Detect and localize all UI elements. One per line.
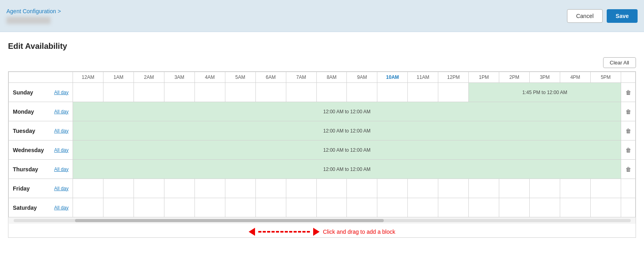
friday-cell-12[interactable] — [438, 179, 469, 198]
tuesday-label-cell: Tuesday All day — [9, 121, 73, 141]
friday-cell-7[interactable] — [286, 179, 316, 198]
friday-cell-1[interactable] — [103, 179, 134, 198]
saturday-cell-15[interactable] — [530, 198, 560, 217]
saturday-cell-5[interactable] — [225, 198, 255, 217]
friday-delete-cell — [621, 179, 636, 198]
header-1pm: 1PM — [469, 72, 499, 83]
sunday-cell-9am[interactable] — [347, 83, 377, 102]
arrow-left-icon — [249, 228, 255, 236]
saturday-cell-11[interactable] — [408, 198, 438, 217]
main-content: Edit Availability Clear All 12AM 1AM 2AM… — [0, 32, 644, 267]
saturday-cell-14[interactable] — [499, 198, 530, 217]
saturday-cell-13[interactable] — [469, 198, 499, 217]
friday-cell-8[interactable] — [316, 179, 347, 198]
sunday-allday-link[interactable]: All day — [54, 90, 69, 95]
friday-cell-10[interactable] — [377, 179, 408, 198]
friday-cell-11[interactable] — [408, 179, 438, 198]
sunday-label-cell: Sunday All day — [9, 83, 73, 102]
saturday-allday-link[interactable]: All day — [54, 205, 69, 211]
header-7am: 7AM — [286, 72, 316, 83]
saturday-cell-6[interactable] — [255, 198, 286, 217]
saturday-cell-3[interactable] — [164, 198, 194, 217]
saturday-cell-7[interactable] — [286, 198, 316, 217]
header-5am: 5AM — [225, 72, 255, 83]
cancel-button[interactable]: Cancel — [567, 9, 603, 23]
top-bar-left: Agent Configuration > — [6, 8, 61, 24]
sunday-cell-5am[interactable] — [225, 83, 255, 102]
sunday-cell-1am[interactable] — [103, 83, 134, 102]
sunday-cell-12am[interactable] — [73, 83, 103, 102]
friday-cell-16[interactable] — [560, 179, 591, 198]
saturday-cell-16[interactable] — [560, 198, 591, 217]
friday-cell-3[interactable] — [164, 179, 194, 198]
sunday-cell-8am[interactable] — [316, 83, 347, 102]
friday-cell-15[interactable] — [530, 179, 560, 198]
sunday-cell-2am[interactable] — [134, 83, 164, 102]
saturday-cell-8[interactable] — [316, 198, 347, 217]
save-button[interactable]: Save — [607, 9, 638, 23]
friday-row: Friday All day — [9, 179, 636, 198]
header-8am: 8AM — [316, 72, 347, 83]
sunday-delete-button[interactable]: 🗑 — [622, 88, 634, 97]
clear-all-button[interactable]: Clear All — [603, 57, 636, 68]
friday-allday-link[interactable]: All day — [54, 186, 69, 191]
dashed-line — [258, 231, 310, 233]
wednesday-delete-button[interactable]: 🗑 — [622, 145, 634, 155]
sunday-block[interactable]: 1:45 PM to 12:00 AM — [469, 83, 621, 102]
saturday-cell-4[interactable] — [194, 198, 225, 217]
tuesday-row: Tuesday All day 12:00 AM to 12:00 AM 🗑 — [9, 121, 636, 141]
thursday-block[interactable]: 12:00 AM to 12:00 AM — [73, 160, 621, 179]
friday-cell-2[interactable] — [134, 179, 164, 198]
header-6am: 6AM — [255, 72, 286, 83]
thursday-delete-cell: 🗑 — [621, 160, 636, 179]
friday-cell-4[interactable] — [194, 179, 225, 198]
thursday-delete-button[interactable]: 🗑 — [622, 165, 634, 174]
saturday-cell-2[interactable] — [134, 198, 164, 217]
header-2pm: 2PM — [499, 72, 530, 83]
friday-cell-13[interactable] — [469, 179, 499, 198]
tuesday-delete-cell: 🗑 — [621, 121, 636, 141]
monday-block[interactable]: 12:00 AM to 12:00 AM — [73, 102, 621, 121]
header-4pm: 4PM — [560, 72, 591, 83]
saturday-cell-0[interactable] — [73, 198, 103, 217]
saturday-cell-1[interactable] — [103, 198, 134, 217]
header-9am: 9AM — [347, 72, 377, 83]
friday-cell-6[interactable] — [255, 179, 286, 198]
sunday-cell-6am[interactable] — [255, 83, 286, 102]
friday-cell-14[interactable] — [499, 179, 530, 198]
saturday-name: Saturday — [13, 205, 37, 211]
monday-delete-button[interactable]: 🗑 — [622, 107, 634, 116]
page-title: Edit Availability — [8, 42, 636, 51]
saturday-cell-10[interactable] — [377, 198, 408, 217]
thursday-row: Thursday All day 12:00 AM to 12:00 AM 🗑 — [9, 160, 636, 179]
top-bar-actions: Cancel Save — [567, 9, 638, 23]
tuesday-allday-link[interactable]: All day — [54, 128, 69, 134]
monday-allday-link[interactable]: All day — [54, 109, 69, 114]
header-1am: 1AM — [103, 72, 134, 83]
sunday-name: Sunday — [13, 89, 33, 96]
sunday-cell-7am[interactable] — [286, 83, 316, 102]
saturday-cell-17[interactable] — [590, 198, 621, 217]
sunday-cell-11am[interactable] — [408, 83, 438, 102]
sunday-cell-4am[interactable] — [194, 83, 225, 102]
sunday-cell-12pm[interactable] — [438, 83, 469, 102]
wednesday-block[interactable]: 12:00 AM to 12:00 AM — [73, 141, 621, 160]
friday-cell-0[interactable] — [73, 179, 103, 198]
monday-row: Monday All day 12:00 AM to 12:00 AM 🗑 — [9, 102, 636, 121]
breadcrumb[interactable]: Agent Configuration > — [6, 8, 61, 14]
tuesday-delete-button[interactable]: 🗑 — [622, 126, 634, 136]
monday-label-cell: Monday All day — [9, 102, 73, 121]
sunday-cell-3am[interactable] — [164, 83, 194, 102]
saturday-cell-12[interactable] — [438, 198, 469, 217]
wednesday-allday-link[interactable]: All day — [54, 147, 69, 153]
thursday-allday-link[interactable]: All day — [54, 167, 69, 172]
header-5pm: 5PM — [590, 72, 621, 83]
tuesday-block[interactable]: 12:00 AM to 12:00 AM — [73, 121, 621, 141]
friday-cell-5[interactable] — [225, 179, 255, 198]
drag-hint-text: Click and drag to add a block — [323, 229, 395, 235]
sunday-cell-10am[interactable] — [377, 83, 408, 102]
header-day-col — [9, 72, 73, 83]
friday-cell-9[interactable] — [347, 179, 377, 198]
friday-cell-17[interactable] — [590, 179, 621, 198]
saturday-cell-9[interactable] — [347, 198, 377, 217]
